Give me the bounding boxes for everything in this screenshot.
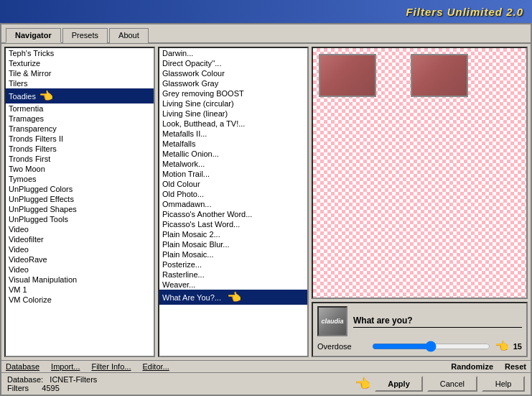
list-item[interactable]: Two Moon bbox=[6, 164, 154, 174]
filter-list[interactable]: Darwin... Direct Opacity''... Glasswork … bbox=[158, 47, 309, 357]
editor-button[interactable]: Editor... bbox=[142, 362, 169, 371]
database-button[interactable]: Database bbox=[6, 362, 39, 371]
category-list[interactable]: Teph's Tricks Texturize Tile & Mirror Ti… bbox=[4, 47, 155, 357]
right-item[interactable]: Darwin... bbox=[159, 48, 307, 58]
preview-thumb-1 bbox=[319, 54, 376, 97]
list-item[interactable]: Tile & Mirror bbox=[6, 68, 154, 78]
right-item[interactable]: Plain Mosaic 2... bbox=[159, 229, 307, 239]
content-area: Teph's Tricks Texturize Tile & Mirror Ti… bbox=[1, 44, 531, 360]
list-item[interactable]: VideoRave bbox=[6, 254, 154, 264]
right-item-old-colour[interactable]: Old Colour bbox=[159, 179, 307, 189]
apply-button[interactable]: Apply bbox=[375, 376, 423, 392]
right-item[interactable]: Picasso's Last Word... bbox=[159, 219, 307, 229]
right-item[interactable]: Ommadawn... bbox=[159, 199, 307, 209]
right-item[interactable]: Old Photo... bbox=[159, 189, 307, 199]
list-item[interactable]: Texturize bbox=[6, 58, 154, 68]
overdose-slider[interactable] bbox=[372, 341, 490, 352]
list-item[interactable]: Tormentia bbox=[6, 103, 154, 114]
avatar: claudia bbox=[317, 306, 347, 336]
overdose-row: Overdose 👈 15 bbox=[317, 339, 522, 353]
list-item[interactable]: Video bbox=[6, 244, 154, 254]
reset-button[interactable]: Reset bbox=[505, 362, 526, 371]
list-item[interactable]: Transparency bbox=[6, 124, 154, 134]
bottom-toolbar: Database Import... Filter Info... Editor… bbox=[1, 360, 531, 372]
preview-thumbnails bbox=[319, 54, 521, 97]
right-item[interactable]: Living Sine (linear) bbox=[159, 109, 307, 119]
help-button[interactable]: Help bbox=[482, 376, 525, 392]
list-item[interactable]: Video bbox=[6, 264, 154, 275]
right-item[interactable]: Picasso's Another Word... bbox=[159, 209, 307, 219]
tab-navigator[interactable]: Navigator bbox=[6, 28, 61, 43]
list-item-unplugged-tools[interactable]: UnPlugged Tools bbox=[6, 214, 154, 224]
tab-presets[interactable]: Presets bbox=[62, 28, 108, 43]
list-item[interactable]: Tilers bbox=[6, 78, 154, 88]
randomize-button[interactable]: Randomize bbox=[451, 362, 493, 371]
right-item[interactable]: Rasterline... bbox=[159, 270, 307, 280]
right-item[interactable]: Plain Mosaic Blur... bbox=[159, 239, 307, 249]
right-item[interactable]: Metafalls II... bbox=[159, 129, 307, 139]
avatar-row: claudia What are you? bbox=[317, 306, 522, 336]
list-item[interactable]: Tramages bbox=[6, 114, 154, 124]
list-item[interactable]: Tronds First bbox=[6, 154, 154, 164]
cancel-button[interactable]: Cancel bbox=[427, 376, 477, 392]
right-item[interactable]: Look, Butthead, a TV!... bbox=[159, 119, 307, 129]
list-item[interactable]: VM 1 bbox=[6, 285, 154, 295]
right-item[interactable]: Weaver... bbox=[159, 280, 307, 290]
list-item[interactable]: Tronds Filters bbox=[6, 144, 154, 154]
status-bar: Database: ICNET-Filters Filters 4595 bbox=[7, 375, 355, 392]
tab-about[interactable]: About bbox=[109, 28, 149, 43]
list-item[interactable]: Visual Manipulation bbox=[6, 275, 154, 285]
filters-status: Filters 4595 bbox=[7, 384, 355, 392]
title-bar: Filters Unlimited 2.0 bbox=[0, 0, 532, 23]
list-item-unplugged-shapes[interactable]: UnPlugged Shapes bbox=[6, 204, 154, 214]
status-action-row: Database: ICNET-Filters Filters 4595 👈 A… bbox=[1, 372, 531, 395]
right-item[interactable]: Direct Opacity''... bbox=[159, 58, 307, 68]
right-item[interactable]: Plain Mosaic... bbox=[159, 249, 307, 259]
right-item[interactable]: Glasswork Colour bbox=[159, 68, 307, 78]
database-status: Database: ICNET-Filters bbox=[7, 375, 355, 384]
list-item[interactable]: VM Colorize bbox=[6, 295, 154, 305]
right-item-what-are-you[interactable]: What Are You?... 👈 bbox=[159, 290, 307, 305]
avatar-label: claudia bbox=[321, 318, 343, 325]
preview-canvas bbox=[312, 47, 528, 299]
overdose-label: Overdose bbox=[317, 342, 368, 351]
list-item[interactable]: UnPlugged Colors bbox=[6, 184, 154, 194]
hand-icon-overdose: 👈 bbox=[495, 339, 509, 353]
right-item[interactable]: Glasswork Gray bbox=[159, 78, 307, 88]
filter-info-button[interactable]: Filter Info... bbox=[91, 362, 131, 371]
preview-thumb-2 bbox=[411, 54, 468, 97]
list-item[interactable]: Video bbox=[6, 224, 154, 234]
list-item[interactable]: Videofilter bbox=[6, 234, 154, 244]
main-window: Navigator Presets About Teph's Tricks Te… bbox=[0, 23, 532, 396]
right-item-grey-boost[interactable]: Grey removing BOOST bbox=[159, 88, 307, 98]
list-item[interactable]: Teph's Tricks bbox=[6, 48, 154, 58]
right-item[interactable]: Living Sine (circular) bbox=[159, 98, 307, 109]
tab-bar: Navigator Presets About bbox=[1, 24, 531, 44]
overdose-value: 15 bbox=[513, 342, 522, 351]
right-item[interactable]: Metalwork... bbox=[159, 159, 307, 169]
import-button[interactable]: Import... bbox=[51, 362, 80, 371]
right-item[interactable]: Motion Trail... bbox=[159, 169, 307, 179]
list-item[interactable]: Tymoes bbox=[6, 174, 154, 184]
arrow-icon-right: 👈 bbox=[227, 290, 241, 304]
preview-area: claudia What are you? Overdose 👈 15 bbox=[312, 47, 528, 357]
action-buttons: 👈 Apply Cancel Help bbox=[355, 376, 525, 392]
controls-panel: claudia What are you? Overdose 👈 15 bbox=[312, 302, 528, 357]
right-item[interactable]: Posterize... bbox=[159, 259, 307, 270]
hand-icon-apply: 👈 bbox=[355, 376, 370, 392]
right-item[interactable]: Metalfalls bbox=[159, 139, 307, 149]
right-item[interactable]: Metallic Onion... bbox=[159, 149, 307, 159]
app-title: Filters Unlimited 2.0 bbox=[406, 6, 523, 18]
list-item-toadies[interactable]: Toadies 👈 bbox=[6, 88, 154, 103]
what-are-you-label: What are you? bbox=[353, 316, 522, 328]
list-item-unplugged-effects[interactable]: UnPlugged Effects bbox=[6, 194, 154, 204]
list-item[interactable]: Tronds Filters II bbox=[6, 134, 154, 144]
arrow-icon: 👈 bbox=[39, 89, 53, 103]
